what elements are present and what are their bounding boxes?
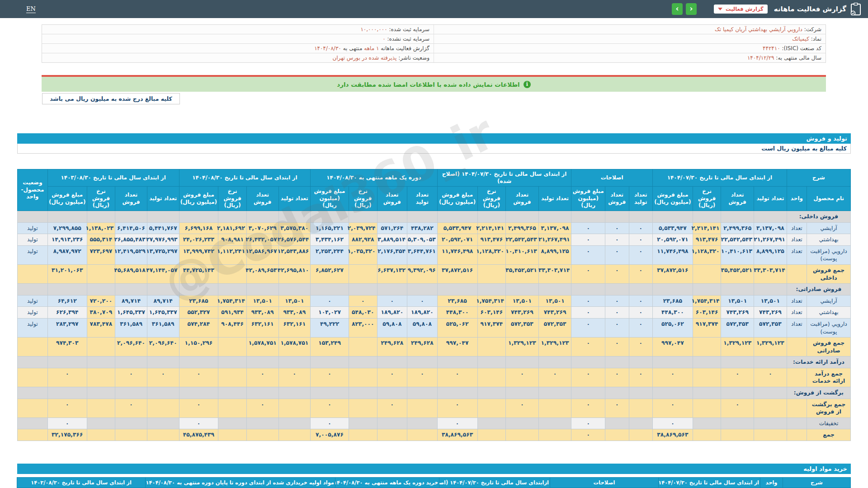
data-cell: ۰ xyxy=(47,399,87,418)
data-cell: ۰ xyxy=(571,338,605,357)
data-cell xyxy=(754,284,787,296)
data-cell: ۰ xyxy=(571,429,605,441)
data-cell xyxy=(754,357,787,368)
data-cell xyxy=(693,284,721,296)
data-cell: ۶,۶۳۷,۱۳۲ xyxy=(377,264,407,283)
unit-cell xyxy=(787,399,807,418)
data-cell: ۱۰,۴۱۰,۶۱۳ xyxy=(721,245,754,264)
data-cell: ۲,۱۷۶,۳۵۴ xyxy=(377,245,407,264)
data-cell xyxy=(218,338,247,357)
data-cell xyxy=(693,418,721,429)
data-cell xyxy=(349,368,377,387)
status-cell xyxy=(18,357,48,368)
data-cell: ۴۲,۰۸۹,۶۵۳ xyxy=(246,264,278,283)
data-cell xyxy=(218,387,247,399)
data-cell: ۱۳,۷۲۵,۲۹۷ xyxy=(147,245,179,264)
data-cell: ۳۲,۱۷۵,۳۶۶ xyxy=(47,429,87,441)
data-cell: ۴۵,۸۷۵,۴۳۹ xyxy=(179,429,218,441)
data-cell xyxy=(377,284,407,296)
column-group-header: اصلاحات xyxy=(571,169,653,187)
data-cell: ۶,۶۹۹,۱۶۸ xyxy=(179,222,218,234)
info-row: کد صنعت (ISIC): ۴۴۲۴۱۰گزارش فعالیت ماهان… xyxy=(42,43,826,53)
next-report-button[interactable]: › xyxy=(686,3,697,15)
data-cell xyxy=(179,387,218,399)
data-cell: ۰ xyxy=(571,264,605,283)
data-cell xyxy=(218,211,247,222)
data-cell xyxy=(721,418,754,429)
data-cell: ۰ xyxy=(538,368,571,387)
language-switch-link[interactable]: EN xyxy=(26,5,36,13)
data-cell xyxy=(147,399,179,418)
data-cell xyxy=(407,429,438,441)
data-cell xyxy=(87,264,115,283)
data-cell: ۰ xyxy=(653,418,693,429)
product-row: بهداشتيتعداد۷۴۳,۲۶۹۷۴۳,۲۶۹۶۰۳,۱۴۶۴۴۸,۳۰۰… xyxy=(18,307,851,319)
column-header: نرخ فروش (ریال) xyxy=(87,187,115,211)
data-cell: ۲۴,۰۲۶,۲۳۳ xyxy=(179,234,218,246)
data-cell xyxy=(571,284,605,296)
data-cell xyxy=(349,429,377,441)
info-value: ۱ ماهه xyxy=(364,45,379,52)
column-group-header: از ابتدای سال مالی تا تاریخ ۱۴۰۳/۰۸/۳۰ xyxy=(47,169,179,187)
data-cell: ۹۹۷,۰۴۷ xyxy=(653,338,693,357)
data-cell: ۰ xyxy=(311,418,349,429)
column-header: تعداد فروش xyxy=(377,187,407,211)
data-cell xyxy=(115,387,147,399)
info-value: ۴۴۲۴۱۰ xyxy=(763,45,780,52)
data-cell: ۱,۵۷۸,۷۵۱ xyxy=(246,338,278,357)
data-cell xyxy=(115,429,147,441)
data-cell xyxy=(218,399,247,418)
data-cell: ۹۳۳,۰۸۹ xyxy=(246,307,278,319)
info-value: کیمیاتک xyxy=(792,36,809,42)
data-cell xyxy=(721,284,754,296)
row-label: بهداشتي xyxy=(807,234,851,246)
data-cell: ۱۱,۷۴۶,۴۹۸ xyxy=(653,245,693,264)
data-cell xyxy=(477,399,506,418)
prev-report-button[interactable]: ‹ xyxy=(672,3,683,15)
data-cell: ۰ xyxy=(115,399,147,418)
data-cell: ۰ xyxy=(571,307,605,319)
info-cell: وضعیت ناشر: پذيرفته شده در بورس تهران xyxy=(42,53,434,62)
data-cell: ۰ xyxy=(179,368,218,387)
data-cell: ۰ xyxy=(47,368,87,387)
data-cell: ۸,۹۸۷,۹۷۲ xyxy=(47,245,87,264)
data-cell: ۳۸,۸۶۹,۵۶۳ xyxy=(437,429,477,441)
data-cell xyxy=(218,368,247,387)
data-cell: ۸۲۳,۰۰۰ xyxy=(349,318,377,337)
data-cell xyxy=(538,387,571,399)
data-cell: ۴۹,۲۲۲ xyxy=(311,318,349,337)
unit-cell: تعداد xyxy=(787,222,807,234)
data-cell: ۲,۲۵۳,۲۴۴ xyxy=(311,245,349,264)
data-cell xyxy=(605,357,629,368)
data-cell: ۲۰,۵۹۲,۰۷۱ xyxy=(437,234,477,246)
data-cell: ۲۸۳,۲۹۷ xyxy=(47,318,87,337)
data-cell xyxy=(506,284,539,296)
column-group-header: از ابتدای سال مالی تا تاریخ ۱۴۰۴/۰۷/۳۰ (… xyxy=(437,169,571,187)
data-cell xyxy=(349,338,377,357)
data-cell: ۰ xyxy=(571,418,605,429)
data-cell: ۳۵,۴۵۲,۵۲۱ xyxy=(506,264,539,283)
data-cell xyxy=(506,429,539,441)
column-group-header: از ابتدای سال مالی تا تاریخ ۱۴۰۴/۰۸/۳۰ xyxy=(179,169,311,187)
column-group-header: از ابتدای سال مالی تا تاریخ ۱۴۰۴/۰۷/۳۰ xyxy=(659,478,760,488)
status-cell: تولید xyxy=(18,295,48,307)
data-cell xyxy=(115,211,147,222)
data-cell: ۹۷۴,۳۰۳ xyxy=(47,338,87,357)
data-cell: ۵,۴۴۱,۷۶۷ xyxy=(147,222,179,234)
status-column-header: وضعیت محصول-واحد xyxy=(18,169,48,211)
data-cell: ۰ xyxy=(407,295,438,307)
data-cell: ۱۳,۵۰۱ xyxy=(246,295,278,307)
data-cell: ۰ xyxy=(179,399,218,418)
status-cell xyxy=(18,418,48,429)
data-cell: ۱۰۴,۰۲۷ xyxy=(311,307,349,319)
data-cell xyxy=(721,357,754,368)
data-cell: ۹,۳۹۲,۰۹۶ xyxy=(407,264,438,283)
unit-cell: تعداد xyxy=(787,234,807,246)
total-row: جمع برگشت از فروش۰۰۰۰۰۰۰۰۰۰۰۰ xyxy=(18,399,851,418)
info-row: شرکت: دارويي آرايشي بهداشتي آريان کيميا … xyxy=(42,25,826,34)
report-type-dropdown[interactable]: گزارش فعالیت xyxy=(714,5,768,14)
product-row: بهداشتيتعداد۲۱,۲۶۷,۴۹۱۲۲,۵۴۲,۵۴۳۹۱۳,۴۷۶۲… xyxy=(18,234,851,246)
data-cell: ۵۴۸,۰۳۰ xyxy=(349,307,377,319)
discount-row: تخفیفات۰۰۰۰۰۰ xyxy=(18,418,851,429)
raw-materials-section: خرید مواد اولیه شرحواحداز ابتدای سال مال… xyxy=(17,459,851,488)
